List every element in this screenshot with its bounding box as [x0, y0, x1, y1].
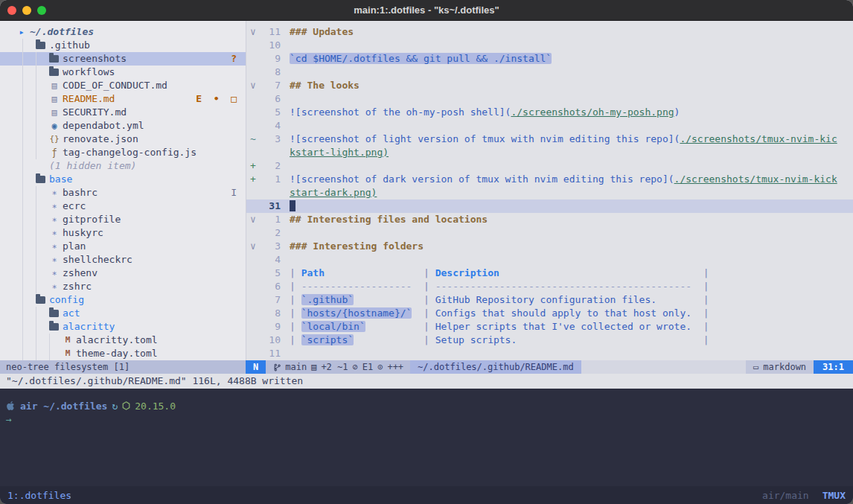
- editor-line[interactable]: 5| Path | Description |: [246, 267, 853, 280]
- close-button[interactable]: [7, 6, 16, 15]
- editor-line[interactable]: 8| `hosts/{hostname}/` | Configs that sh…: [246, 307, 853, 320]
- shell-pane[interactable]: air ~/.dotfiles ↻ 20.15.0 →: [0, 389, 853, 426]
- fold-sign: ∨: [246, 25, 260, 39]
- line-content: ### Updates: [290, 25, 354, 39]
- neo-tree-panel: ▸~/.dotfiles.githubscreenshots?workflows…: [0, 21, 246, 360]
- sign-column: [246, 39, 260, 52]
- text-segment: [365, 321, 424, 332]
- tree-list: ▸~/.dotfiles.githubscreenshots?workflows…: [0, 25, 246, 360]
- tmux-statusbar: 1:.dotfiles air/main TMUX: [0, 486, 853, 504]
- editor-line[interactable]: 7| `.github` | GitHub Repository configu…: [246, 293, 853, 307]
- git-segment: main ▤ +2 ~1 ⊘ E1 ⊙ +++: [266, 360, 410, 374]
- tree-item[interactable]: screenshots?: [0, 52, 246, 66]
- tree-item[interactable]: .github: [0, 39, 246, 52]
- line-number: 8: [260, 66, 281, 79]
- editor-line[interactable]: +1![screenshot of dark version of tmux w…: [246, 173, 853, 186]
- sign-column: [246, 334, 260, 347]
- editor-line[interactable]: 31: [246, 200, 853, 213]
- tree-item[interactable]: ◉dependabot.yml: [0, 119, 246, 133]
- line-number: 9: [260, 320, 281, 334]
- editor-line[interactable]: ∨3### Interesting folders: [246, 240, 853, 253]
- tree-item[interactable]: act: [0, 307, 246, 320]
- text-segment: |: [703, 294, 709, 305]
- indent-guide: [49, 334, 63, 347]
- text-segment: ![screenshot of the oh-my-posh shell](: [290, 106, 511, 118]
- prompt-input-line[interactable]: →: [6, 412, 853, 426]
- line-content: | `hosts/{hostname}/` | Configs that sho…: [290, 307, 709, 320]
- tree-item[interactable]: ∗ecrc: [0, 200, 246, 213]
- editor-pane[interactable]: ∨11### Updates109`cd $HOME/.dotfiles && …: [246, 21, 853, 360]
- line-content: start-dark.png): [290, 186, 377, 200]
- text-segment: |: [424, 294, 435, 305]
- tree-item[interactable]: ∗gitprofile: [0, 213, 246, 226]
- editor-line[interactable]: 4: [246, 119, 853, 133]
- sync-icon: ↻: [112, 401, 118, 412]
- tree-item[interactable]: ∗bashrcI: [0, 186, 246, 200]
- tree-item[interactable]: ▤CODE_OF_CONDUCT.md: [0, 79, 246, 92]
- tree-item-label: zshrc: [63, 280, 92, 293]
- editor-line[interactable]: 4: [246, 253, 853, 267]
- tree-item[interactable]: config: [0, 293, 246, 307]
- text-segment: `local/bin`: [301, 321, 365, 332]
- tree-item-label: shellcheckrc: [63, 253, 132, 267]
- tree-item[interactable]: workflows: [0, 66, 246, 79]
- line-number: 4: [260, 119, 281, 133]
- hunk-count: +++: [387, 362, 403, 372]
- text-segment: |: [290, 334, 301, 345]
- tree-item[interactable]: ∗plan: [0, 240, 246, 253]
- editor-line[interactable]: 2: [246, 226, 853, 240]
- editor-lines: ∨11### Updates109`cd $HOME/.dotfiles && …: [246, 25, 853, 360]
- terminal-window: main:1:.dotfiles - "ks~/.dotfiles" ▸~/.d…: [0, 0, 853, 504]
- git-branch-icon: [272, 363, 281, 371]
- folder-icon: [49, 310, 59, 317]
- text-segment: ### Interesting folders: [290, 240, 424, 252]
- tree-item[interactable]: base: [0, 173, 246, 186]
- tree-item[interactable]: ∗zshenv: [0, 267, 246, 280]
- editor-line[interactable]: kstart-light.png): [246, 146, 853, 159]
- indent-guide: [22, 92, 36, 106]
- indent-guide: [22, 106, 36, 119]
- tree-item[interactable]: alacritty: [0, 320, 246, 334]
- zoom-button[interactable]: [37, 6, 46, 15]
- editor-line[interactable]: ∨7## The looks: [246, 79, 853, 92]
- tree-item[interactable]: ▤SECURITY.md: [0, 106, 246, 119]
- tree-item[interactable]: (1 hidden item): [0, 159, 246, 173]
- text-segment: ![screenshot of light version of tmux wi…: [290, 133, 680, 144]
- terminal-shell-area: air ~/.dotfiles ↻ 20.15.0 → 1:.dotfiles …: [0, 389, 853, 504]
- editor-line[interactable]: 9| `local/bin` | Helper scripts that I'v…: [246, 320, 853, 334]
- hunk-icon: ⊙: [377, 362, 383, 372]
- minimize-button[interactable]: [22, 6, 31, 15]
- editor-line[interactable]: start-dark.png): [246, 186, 853, 200]
- editor-line[interactable]: 6: [246, 92, 853, 106]
- line-content: ![screenshot of the oh-my-posh shell](./…: [290, 106, 680, 119]
- tree-item[interactable]: Malacritty.toml: [0, 334, 246, 347]
- tmux-window-tab[interactable]: 1:.dotfiles: [7, 490, 71, 501]
- editor-line[interactable]: ~3![screenshot of light version of tmux …: [246, 133, 853, 146]
- editor-line[interactable]: ∨11### Updates: [246, 25, 853, 39]
- editor-line[interactable]: 11: [246, 347, 853, 360]
- tree-item[interactable]: {}renovate.json: [0, 133, 246, 146]
- tree-item-label: ecrc: [63, 200, 86, 213]
- editor-line[interactable]: 9`cd $HOME/.dotfiles && git pull && ./in…: [246, 52, 853, 66]
- editor-line[interactable]: 6| ------------------- | ---------------…: [246, 280, 853, 293]
- editor-line[interactable]: 5![screenshot of the oh-my-posh shell](.…: [246, 106, 853, 119]
- editor-line[interactable]: +2: [246, 159, 853, 173]
- indent-guide: [36, 267, 49, 280]
- editor-line[interactable]: ∨1## Interesting files and locations: [246, 213, 853, 226]
- tree-item[interactable]: ▤README.mdE • □: [0, 92, 246, 106]
- tree-item[interactable]: ▸~/.dotfiles: [0, 25, 246, 39]
- text-segment: start-dark.png): [290, 187, 377, 198]
- star-icon: ∗: [49, 280, 60, 293]
- editor-line[interactable]: 8: [246, 66, 853, 79]
- prompt-line: air ~/.dotfiles ↻ 20.15.0: [6, 399, 853, 412]
- indent-guide: [36, 79, 49, 92]
- editor-line[interactable]: 10| `scripts` | Setup scripts. |: [246, 334, 853, 347]
- tree-item[interactable]: ƒtag-changelog-config.js: [0, 146, 246, 159]
- editor-line[interactable]: 10: [246, 39, 853, 52]
- sign-column: [246, 293, 260, 307]
- tree-item[interactable]: ∗shellcheckrc: [0, 253, 246, 267]
- tree-item[interactable]: ∗zshrc: [0, 280, 246, 293]
- tree-item[interactable]: Mtheme-day.toml: [0, 347, 246, 360]
- tree-item[interactable]: ∗huskyrc: [0, 226, 246, 240]
- filetype-segment: ▭ markdown: [746, 360, 814, 374]
